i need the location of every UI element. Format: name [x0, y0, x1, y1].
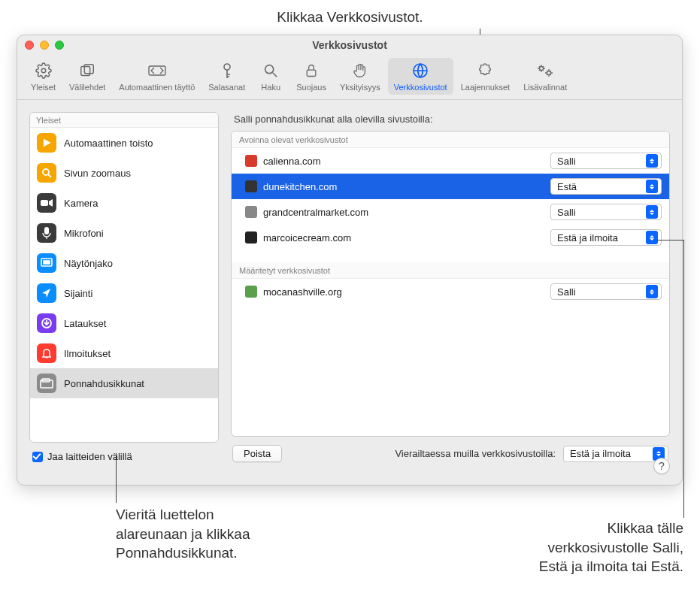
tab-label: Yksityisyys: [340, 83, 380, 92]
svg-rect-12: [44, 227, 49, 234]
pref-tab-search[interactable]: Haku: [253, 58, 289, 95]
favicon-icon: [245, 286, 257, 298]
sidebar-item-0[interactable]: Automaattinen toisto: [30, 128, 218, 158]
pref-tab-puzzle[interactable]: Laajennukset: [455, 58, 516, 95]
callout-text: Ponnahdusikkunat.: [116, 543, 250, 563]
sidebar-item-5[interactable]: Sijainti: [30, 278, 218, 308]
share-row[interactable]: Jaa laitteiden välillä: [29, 451, 219, 462]
select-value: Estä ja ilmoita: [570, 448, 631, 459]
callout-bottom-left: Vieritä luettelon alareunaan ja klikkaa …: [116, 505, 250, 563]
key-icon: [217, 61, 237, 80]
sidebar-item-label: Mikrofoni: [64, 228, 104, 239]
pref-tab-globe[interactable]: Verkkosivustot: [388, 58, 453, 95]
sidebar-item-label: Lataukset: [64, 318, 106, 329]
titlebar: Verkkosivustot: [17, 35, 682, 55]
svg-point-5: [265, 65, 274, 74]
select-value: Estä ja ilmoita: [557, 232, 618, 244]
pref-tab-gear[interactable]: Yleiset: [25, 58, 62, 95]
sidebar-item-4[interactable]: Näytönjako: [30, 248, 218, 278]
tab-label: Yleiset: [31, 83, 56, 92]
site-row[interactable]: dunekitchen.comEstä: [232, 174, 669, 199]
site-domain: marcoicecream.com: [263, 232, 544, 244]
sidebar-item-7[interactable]: Ilmoitukset: [30, 338, 218, 368]
lock-icon: [302, 61, 321, 80]
pref-tab-lock[interactable]: Suojaus: [290, 58, 332, 95]
sidebar-item-6[interactable]: Lataukset: [30, 308, 218, 338]
site-permission-select[interactable]: Salli: [550, 204, 662, 220]
sidebar-item-label: Kamera: [64, 198, 98, 209]
pref-tab-tabs[interactable]: Välilehdet: [63, 58, 111, 95]
pref-tab-gears[interactable]: Lisävalinnat: [517, 58, 573, 95]
chevron-updown-icon: [646, 180, 658, 193]
site-permission-select[interactable]: Salli: [550, 283, 662, 300]
remove-button[interactable]: Poista: [232, 445, 282, 462]
favicon-icon: [245, 155, 257, 167]
tab-label: Salasanat: [208, 83, 245, 92]
site-row[interactable]: calienna.comSalli: [232, 148, 669, 174]
search-icon: [261, 61, 280, 80]
site-permission-select[interactable]: Estä: [550, 178, 662, 195]
sidebar-item-8[interactable]: Ponnahdusikkunat: [30, 368, 218, 398]
site-row[interactable]: grandcentralmarket.comSalli: [232, 199, 669, 225]
select-value: Salli: [557, 286, 576, 298]
section-open-header: Avoinna olevat verkkosivustot: [232, 132, 669, 148]
callout-text: verkkosivustolle Salli,: [539, 538, 683, 558]
sidebar-header: Yleiset: [30, 113, 218, 128]
callout-top: Klikkaa Verkkosivustot.: [0, 0, 700, 26]
sidebar-icon: [37, 374, 56, 393]
svg-point-10: [43, 169, 49, 175]
sidebar-icon: [37, 253, 56, 273]
select-value: Salli: [557, 156, 576, 167]
sidebar-icon: [37, 223, 56, 243]
pref-tab-hand[interactable]: Yksityisyys: [334, 58, 386, 95]
checkbox-icon[interactable]: [32, 452, 43, 462]
svg-rect-6: [307, 70, 316, 76]
callout-text: Klikkaa tälle: [539, 519, 683, 538]
callout-line: [683, 240, 684, 518]
sidebar-item-label: Ponnahdusikkunat: [64, 378, 144, 389]
other-sites-select[interactable]: Estä ja ilmoita: [563, 446, 668, 462]
pref-tab-autofill[interactable]: Automaattinen täyttö: [113, 58, 201, 95]
svg-rect-2: [85, 65, 94, 74]
favicon-icon: [245, 206, 257, 218]
tab-label: Välilehdet: [69, 83, 105, 92]
help-button[interactable]: ?: [653, 458, 670, 474]
chevron-updown-icon: [646, 231, 658, 244]
tab-label: Suojaus: [296, 83, 326, 92]
sidebar-item-3[interactable]: Mikrofoni: [30, 218, 218, 248]
tab-label: Lisävalinnat: [523, 83, 567, 92]
select-value: Estä: [557, 181, 577, 192]
site-permission-select[interactable]: Estä ja ilmoita: [550, 229, 662, 246]
site-list: Avoinna olevat verkkosivustot calienna.c…: [231, 131, 670, 437]
sidebar-item-label: Sivun zoomaus: [64, 168, 131, 179]
sidebar-icon: [37, 283, 56, 303]
tab-label: Laajennukset: [461, 83, 510, 92]
sidebar-item-1[interactable]: Sivun zoomaus: [30, 158, 218, 188]
sidebar-icon: [37, 163, 56, 183]
site-domain: dunekitchen.com: [263, 181, 544, 192]
sidebar-item-label: Automaattinen toisto: [64, 138, 153, 149]
gear-icon: [34, 61, 53, 80]
callout-text: Estä ja ilmoita tai Estä.: [539, 557, 683, 576]
site-row[interactable]: mocanashville.orgSalli: [232, 279, 669, 304]
svg-rect-1: [81, 67, 90, 76]
section-config-header: Määritetyt verkkosivustot: [232, 262, 669, 279]
chevron-updown-icon: [646, 154, 658, 168]
pref-tab-key[interactable]: Salasanat: [202, 58, 251, 95]
site-row[interactable]: marcoicecream.comEstä ja ilmoita: [232, 225, 669, 250]
sidebar-item-2[interactable]: Kamera: [30, 188, 218, 218]
other-sites-label: Vierailtaessa muilla verkkosivustoilla:: [395, 448, 556, 459]
sidebar-item-label: Ilmoitukset: [64, 348, 111, 359]
callout-text: Vieritä luettelon: [116, 505, 250, 525]
puzzle-icon: [475, 61, 495, 80]
callout-bottom-right: Klikkaa tälle verkkosivustolle Salli, Es…: [539, 519, 683, 576]
share-label: Jaa laitteiden välillä: [47, 451, 132, 462]
globe-icon: [411, 61, 430, 80]
window-title: Verkkosivustot: [25, 39, 674, 51]
site-domain: calienna.com: [263, 156, 544, 167]
sidebar-icon: [37, 133, 56, 153]
site-permission-select[interactable]: Salli: [550, 153, 662, 169]
favicon-icon: [245, 180, 257, 192]
svg-point-4: [224, 64, 230, 70]
callout-line: [116, 453, 117, 503]
